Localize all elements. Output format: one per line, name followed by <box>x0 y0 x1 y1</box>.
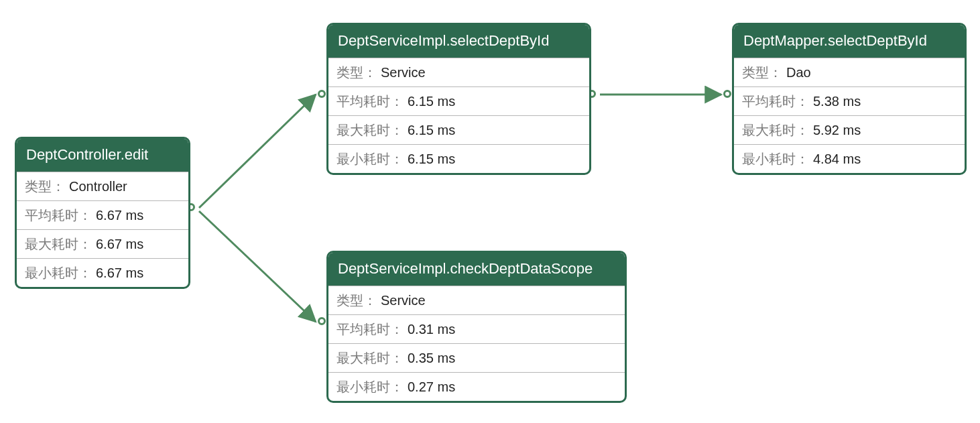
row-avg: 平均耗时： 5.38 ms <box>734 86 965 115</box>
row-avg: 平均耗时： 6.15 ms <box>328 86 589 115</box>
value-max: 0.35 ms <box>408 350 455 366</box>
row-type: 类型： Controller <box>17 172 188 200</box>
edge-controller-to-svcSelect <box>187 90 327 213</box>
label-type: 类型： <box>742 64 782 80</box>
row-max: 最大耗时： 6.67 ms <box>17 229 188 258</box>
value-avg: 6.15 ms <box>408 93 455 109</box>
value-max: 5.92 ms <box>813 122 861 138</box>
node-controller[interactable]: DeptController.edit 类型： Controller 平均耗时：… <box>15 137 190 289</box>
row-min: 最小耗时： 6.67 ms <box>17 258 188 287</box>
svg-line-0 <box>199 95 316 208</box>
value-type: Dao <box>786 64 811 80</box>
row-min: 最小耗时： 0.27 ms <box>328 372 625 401</box>
row-min: 最小耗时： 4.84 ms <box>734 144 965 173</box>
value-avg: 5.38 ms <box>813 93 861 109</box>
node-svc-select[interactable]: DeptServiceImpl.selectDeptById 类型： Servi… <box>326 23 591 175</box>
call-graph-canvas: { "labels": { "type": "类型：", "avg": "平均耗… <box>0 0 980 423</box>
node-mapper[interactable]: DeptMapper.selectDeptById 类型： Dao 平均耗时： … <box>732 23 967 175</box>
value-type: Service <box>381 292 426 308</box>
node-title: DeptServiceImpl.checkDeptDataScope <box>328 253 625 286</box>
label-min: 最小耗时： <box>336 379 404 395</box>
label-max: 最大耗时： <box>25 236 92 252</box>
value-avg: 6.67 ms <box>96 207 143 223</box>
svg-line-1 <box>199 211 316 322</box>
row-type: 类型： Service <box>328 58 589 86</box>
value-min: 4.84 ms <box>813 151 861 167</box>
value-max: 6.15 ms <box>408 122 455 138</box>
node-svc-scope[interactable]: DeptServiceImpl.checkDeptDataScope 类型： S… <box>326 251 627 403</box>
label-type: 类型： <box>336 64 377 80</box>
row-type: 类型： Service <box>328 286 625 314</box>
value-type: Controller <box>69 178 127 194</box>
value-type: Service <box>381 64 426 80</box>
row-min: 最小耗时： 6.15 ms <box>328 144 589 173</box>
row-max: 最大耗时： 5.92 ms <box>734 115 965 144</box>
row-type: 类型： Dao <box>734 58 965 86</box>
row-avg: 平均耗时： 0.31 ms <box>328 314 625 343</box>
value-max: 6.67 ms <box>96 236 143 252</box>
label-type: 类型： <box>25 178 65 194</box>
node-title: DeptServiceImpl.selectDeptById <box>328 25 589 58</box>
node-title: DeptMapper.selectDeptById <box>734 25 965 58</box>
label-type: 类型： <box>336 292 377 308</box>
label-min: 最小耗时： <box>25 265 92 281</box>
edge-svcSelect-to-mapper <box>588 90 733 99</box>
row-avg: 平均耗时： 6.67 ms <box>17 200 188 229</box>
node-title: DeptController.edit <box>17 139 188 172</box>
value-avg: 0.31 ms <box>408 321 455 337</box>
label-min: 最小耗时： <box>742 151 809 167</box>
row-max: 最大耗时： 0.35 ms <box>328 343 625 372</box>
label-avg: 平均耗时： <box>336 93 404 109</box>
value-min: 6.15 ms <box>408 151 455 167</box>
row-max: 最大耗时： 6.15 ms <box>328 115 589 144</box>
label-max: 最大耗时： <box>336 350 404 366</box>
label-max: 最大耗时： <box>336 122 404 138</box>
label-avg: 平均耗时： <box>25 207 92 223</box>
label-avg: 平均耗时： <box>336 321 404 337</box>
value-min: 6.67 ms <box>96 265 143 281</box>
label-max: 最大耗时： <box>742 122 809 138</box>
label-avg: 平均耗时： <box>742 93 809 109</box>
value-min: 0.27 ms <box>408 379 455 395</box>
edge-controller-to-svcScope <box>199 211 327 326</box>
label-min: 最小耗时： <box>336 151 404 167</box>
